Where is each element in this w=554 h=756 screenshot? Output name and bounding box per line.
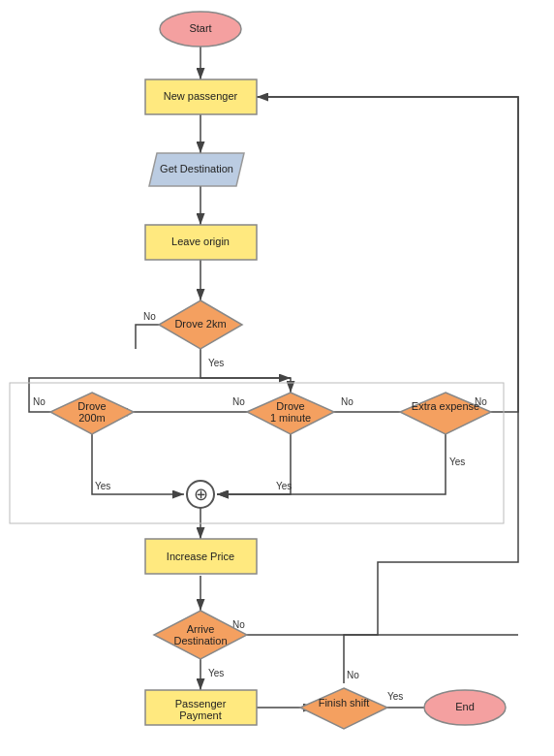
arrow-extra-no-loop	[257, 97, 518, 412]
merge-plus: ⊕	[194, 485, 208, 504]
arrow-drove2km-drove1min	[200, 349, 291, 393]
start-label: Start	[189, 22, 211, 34]
end-label: End	[455, 701, 475, 712]
arrow-extra-yes-merge	[217, 434, 446, 494]
drove-200m-label2: 200m	[78, 412, 106, 424]
flowchart-svg: Yes No Yes No No Yes No Yes No Ye	[0, 0, 554, 756]
passenger-payment-label2: Payment	[179, 709, 221, 721]
leave-origin-label: Leave origin	[171, 236, 230, 247]
extra-expense-label1: Extra expense	[412, 400, 479, 412]
drove-200m-label1: Drove	[77, 400, 106, 412]
passenger-payment-label1: Passenger	[175, 698, 227, 709]
arrive-dest-label2: Destination	[173, 635, 227, 646]
label-drove200m-yes: Yes	[95, 481, 110, 491]
label-drove2km-no: No	[143, 311, 156, 322]
increase-price-label: Increase Price	[167, 551, 234, 562]
get-destination-label: Get Destination	[160, 163, 233, 174]
new-passenger-label: New passenger	[164, 90, 238, 102]
drove-1min-label2: 1 minute	[270, 412, 311, 424]
label-finishshift-no: No	[347, 670, 359, 680]
arrow-arrive-no-line	[226, 97, 518, 635]
arrive-dest-label1: Arrive	[187, 623, 215, 635]
label-drove2km-yes: Yes	[208, 358, 224, 368]
flowchart-canvas: Yes No Yes No No Yes No Yes No Ye	[0, 0, 554, 756]
arrow-finishshift-no-line	[344, 635, 518, 683]
label-extra-yes: Yes	[449, 457, 465, 467]
label-drove200m-no: No	[33, 396, 46, 407]
label-finishshift-yes: Yes	[387, 691, 403, 702]
label-drove1min-no2: No	[341, 396, 354, 407]
drove-1min-label1: Drove	[276, 400, 304, 412]
finish-shift-node	[300, 688, 387, 729]
label-drove1min-no: No	[232, 396, 245, 407]
drove-2km-label: Drove 2km	[174, 318, 226, 330]
label-arrive-yes: Yes	[208, 668, 224, 678]
finish-shift-label1: Finish shift	[319, 697, 370, 709]
label-drove1min-yes: Yes	[276, 481, 292, 491]
